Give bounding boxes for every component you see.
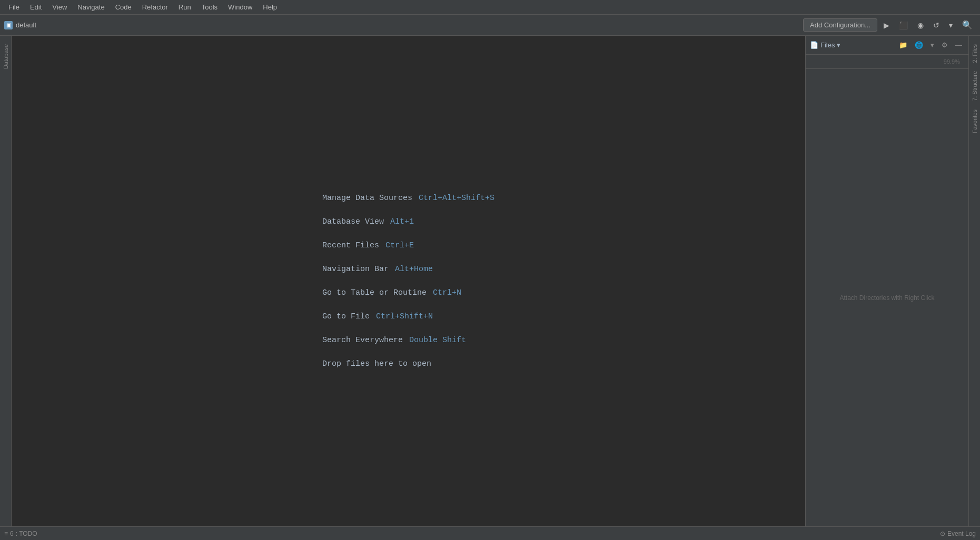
welcome-goto-file: Go to File Ctrl+Shift+N [322,312,494,321]
debug-button[interactable]: ⬛ [896,19,911,32]
menu-code[interactable]: Code [111,2,136,12]
goto-file-label: Go to File [322,312,370,321]
navigation-bar-label: Navigation Bar [322,265,389,274]
far-tab-files[interactable]: 2: Files [971,40,979,67]
coverage-button[interactable]: ◉ [914,19,927,32]
manage-data-label: Manage Data Sources [322,194,412,203]
far-right-tabs: 2: Files 7: Structure Favorites [968,36,980,526]
menu-edit[interactable]: Edit [26,2,46,12]
panel-globe-button[interactable]: 🌐 [913,40,925,50]
welcome-database-view: Database View Alt+1 [322,217,494,226]
editor-area: Manage Data Sources Ctrl+Alt+Shift+S Dat… [12,36,805,526]
main-container: Database Manage Data Sources Ctrl+Alt+Sh… [0,36,980,526]
left-sidebar: Database [0,36,12,526]
files-title: 📄 Files ▾ [810,41,840,49]
welcome-search-everywhere: Search Everywhere Double Shift [322,336,494,345]
project-icon: ▣ [4,21,13,29]
todo-icon: ≡ [4,530,8,537]
manage-data-shortcut[interactable]: Ctrl+Alt+Shift+S [419,194,494,203]
welcome-content: Manage Data Sources Ctrl+Alt+Shift+S Dat… [322,194,494,368]
toolbar: ▣ default Add Configuration... ▶ ⬛ ◉ ↺ ▾… [0,15,980,36]
menu-file[interactable]: File [4,2,24,12]
far-tab-structure[interactable]: 7: Structure [971,67,979,105]
navigation-bar-shortcut[interactable]: Alt+Home [395,265,433,274]
recent-files-shortcut[interactable]: Ctrl+E [385,241,414,250]
run-button[interactable]: ▶ [880,19,893,32]
more-button[interactable]: ▾ [946,19,956,32]
files-icon: 📄 [810,41,818,49]
goto-file-shortcut[interactable]: Ctrl+Shift+N [376,312,433,321]
database-view-label: Database View [322,217,384,226]
goto-table-shortcut[interactable]: Ctrl+N [433,288,461,297]
files-chevron-icon[interactable]: ▾ [837,41,840,49]
menu-refactor[interactable]: Refactor [138,2,172,12]
todo-number: 6 [10,530,14,537]
event-log-button[interactable]: ⊙ Event Log [940,530,976,537]
right-panel-header: 📄 Files ▾ 📁 🌐 ▾ ⚙ — [806,36,968,55]
event-log-label: Event Log [947,530,976,537]
search-everywhere-label: Search Everywhere [322,336,403,345]
menu-bar: File Edit View Navigate Code Refactor Ru… [0,0,980,15]
goto-table-label: Go to Table or Routine [322,288,427,297]
panel-chevron-button[interactable]: ▾ [928,40,936,50]
panel-minimize-button[interactable]: — [953,40,964,50]
welcome-goto-table: Go to Table or Routine Ctrl+N [322,288,494,297]
project-name: default [16,21,36,29]
attach-directories-text: Attach Directories with Right Click [839,294,934,302]
progress-area: 99.9% [806,55,968,69]
search-everywhere-button[interactable]: 🔍 [959,18,976,32]
far-tab-favorites[interactable]: Favorites [971,105,979,137]
rerun-button[interactable]: ↺ [930,19,943,32]
welcome-recent-files: Recent Files Ctrl+E [322,241,494,250]
sidebar-tab-database[interactable]: Database [2,40,10,73]
menu-tools[interactable]: Tools [197,2,222,12]
recent-files-label: Recent Files [322,241,379,250]
status-bar: ≡ 6 : TODO ⊙ Event Log [0,526,980,540]
panel-settings-button[interactable]: ⚙ [939,40,950,50]
progress-text: 99.9% [939,57,964,66]
search-everywhere-shortcut[interactable]: Double Shift [409,336,466,345]
database-view-shortcut[interactable]: Alt+1 [390,217,414,226]
welcome-manage-data: Manage Data Sources Ctrl+Alt+Shift+S [322,194,494,203]
todo-button[interactable]: ≡ 6 : TODO [4,530,37,537]
panel-locate-button[interactable]: 📁 [897,40,909,50]
drop-files-text: Drop files here to open [322,359,431,368]
todo-label: : TODO [16,530,37,537]
menu-help[interactable]: Help [259,2,281,12]
menu-window[interactable]: Window [224,2,256,12]
menu-run[interactable]: Run [174,2,195,12]
welcome-drop-files: Drop files here to open [322,359,494,368]
files-label: Files [820,41,835,49]
right-panel: 📄 Files ▾ 📁 🌐 ▾ ⚙ — 99.9% Attach Directo… [805,36,968,526]
event-log-icon: ⊙ [940,530,945,537]
project-selector[interactable]: ▣ default [4,21,36,29]
menu-navigate[interactable]: Navigate [73,2,108,12]
welcome-navigation-bar: Navigation Bar Alt+Home [322,265,494,274]
right-panel-content: Attach Directories with Right Click [806,69,968,526]
menu-view[interactable]: View [48,2,71,12]
add-configuration-button[interactable]: Add Configuration... [803,18,877,32]
